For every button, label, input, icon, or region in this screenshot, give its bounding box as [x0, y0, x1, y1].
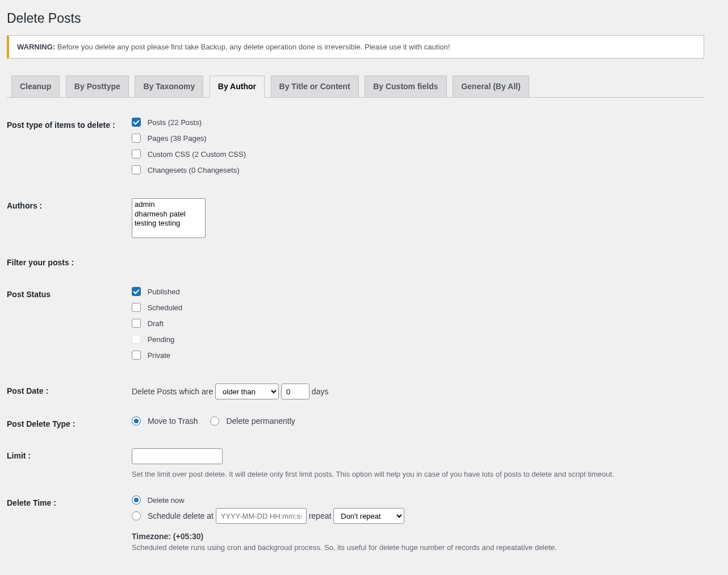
- tab-by-author[interactable]: By Author: [210, 76, 265, 98]
- label-limit: Limit :: [7, 440, 126, 487]
- tab-general[interactable]: General (By All): [453, 76, 529, 98]
- tab-by-custom-fields[interactable]: By Custom fields: [365, 76, 446, 98]
- tab-by-taxonomy[interactable]: By Taxonomy: [135, 76, 203, 98]
- posttype-posts-label: Posts (22 Posts): [148, 118, 202, 127]
- author-option[interactable]: dharmesh patel: [133, 210, 204, 219]
- warning-strong: WARNING:: [17, 43, 55, 51]
- schedule-row[interactable]: Schedule delete at repeat Don't repeat: [132, 511, 404, 520]
- status-row[interactable]: Scheduled: [132, 303, 698, 312]
- schedule-desc: Scheduled delete runs using cron and bac…: [132, 543, 698, 552]
- date-unit: days: [312, 387, 329, 396]
- tab-by-title-content[interactable]: By Title or Content: [271, 76, 359, 98]
- posttype-row[interactable]: Posts (22 Posts): [132, 118, 698, 127]
- author-option[interactable]: testing testing: [133, 219, 204, 228]
- schedule-radio[interactable]: [132, 511, 141, 520]
- authors-select[interactable]: admin dharmesh patel testing testing: [132, 198, 206, 238]
- posttype-customcss-checkbox[interactable]: [132, 149, 141, 159]
- status-pending-checkbox[interactable]: [132, 335, 141, 344]
- posttype-posts-checkbox[interactable]: [132, 118, 141, 127]
- status-row[interactable]: Published: [132, 287, 698, 296]
- label-post-type: Post type of items to delete :: [7, 109, 126, 190]
- status-row[interactable]: Pending: [132, 335, 698, 344]
- tab-by-posttype[interactable]: By Posttype: [66, 76, 129, 98]
- posttype-row[interactable]: Custom CSS (2 Custom CSS): [132, 149, 698, 159]
- status-scheduled-label: Scheduled: [148, 303, 182, 312]
- label-post-date: Post Date :: [7, 375, 126, 408]
- limit-desc: Set the limit over post delete. It will …: [132, 470, 698, 478]
- label-authors: Authors :: [7, 190, 126, 247]
- posttype-changesets-label: Changesets (0 Changesets): [148, 166, 240, 174]
- delete-type-perm-label: Delete permanently: [226, 416, 295, 426]
- status-scheduled-checkbox[interactable]: [132, 303, 141, 312]
- date-days-input[interactable]: [281, 384, 309, 399]
- status-published-checkbox[interactable]: [132, 287, 141, 296]
- timezone-value: (+05:30): [171, 532, 203, 541]
- label-delete-type: Post Delete Type :: [7, 408, 126, 440]
- repeat-select[interactable]: Don't repeat: [333, 508, 404, 524]
- author-option[interactable]: admin: [133, 200, 204, 210]
- tab-cleanup[interactable]: Cleanup: [11, 76, 60, 98]
- delete-type-perm-radio[interactable]: [210, 416, 219, 426]
- posttype-customcss-label: Custom CSS (2 Custom CSS): [148, 150, 246, 159]
- date-compare-select[interactable]: older than: [215, 384, 279, 399]
- status-published-label: Published: [148, 288, 180, 296]
- warning-notice: WARNING: Before you delete any post plea…: [7, 35, 704, 59]
- schedule-datetime-input[interactable]: [216, 508, 307, 524]
- schedule-label: Schedule delete at: [148, 511, 214, 520]
- status-row[interactable]: Private: [132, 351, 698, 360]
- delete-type-trash-row[interactable]: Move to Trash: [132, 416, 200, 426]
- delete-now-label: Delete now: [148, 496, 185, 505]
- posttype-pages-checkbox[interactable]: [132, 134, 141, 143]
- delete-now-radio[interactable]: [132, 495, 141, 505]
- limit-input[interactable]: [132, 448, 223, 464]
- status-pending-label: Pending: [148, 335, 175, 344]
- timezone-label: Timezone:: [132, 532, 171, 541]
- page-title: Delete Posts: [7, 6, 704, 28]
- status-private-checkbox[interactable]: [132, 351, 141, 360]
- posttype-changesets-checkbox[interactable]: [132, 165, 141, 174]
- label-filter: Filter your posts :: [7, 247, 126, 278]
- delete-type-trash-label: Move to Trash: [148, 416, 198, 426]
- repeat-label: repeat: [309, 511, 332, 520]
- date-intro: Delete Posts which are: [132, 387, 213, 396]
- label-post-status: Post Status: [7, 278, 126, 375]
- posttype-row[interactable]: Pages (38 Pages): [132, 134, 698, 143]
- delete-type-perm-row[interactable]: Delete permanently: [210, 416, 295, 426]
- status-row[interactable]: Draft: [132, 319, 698, 328]
- label-delete-time: Delete Time :: [7, 487, 126, 560]
- tab-bar: Cleanup By Posttype By Taxonomy By Autho…: [7, 76, 704, 98]
- posttype-row[interactable]: Changesets (0 Changesets): [132, 165, 698, 174]
- delete-now-row[interactable]: Delete now: [132, 495, 698, 505]
- status-draft-label: Draft: [148, 319, 164, 328]
- warning-text: Before you delete any post please first …: [55, 43, 450, 51]
- posttype-pages-label: Pages (38 Pages): [148, 134, 207, 143]
- status-private-label: Private: [148, 351, 170, 360]
- status-draft-checkbox[interactable]: [132, 319, 141, 328]
- delete-type-trash-radio[interactable]: [132, 416, 141, 426]
